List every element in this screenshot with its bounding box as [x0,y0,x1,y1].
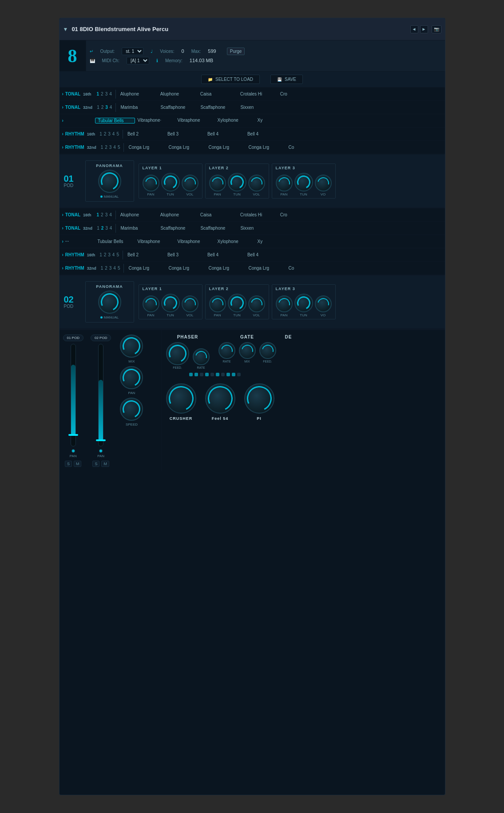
cell-bell4-1[interactable]: Bell 4 [205,132,245,136]
step-r4[interactable]: 4 [112,132,115,136]
chevron-icon[interactable]: › [62,92,63,96]
cell-caisa-2[interactable]: Caisa [198,212,238,217]
reverb-pan-knob[interactable] [120,366,143,389]
step-r5c[interactable]: 5 [116,252,119,257]
gate-rate-knob[interactable] [218,342,235,359]
cell-aluphone-1[interactable]: Aluphone [118,92,158,96]
cell-scaffaphone-3[interactable]: Scaffaphone [158,226,198,231]
cell-conga-6[interactable]: Conga Lrg [166,266,206,271]
chevron-icon-4[interactable]: › [62,132,63,136]
cell-sixxen-2[interactable]: Sixxen [238,226,278,231]
step-r5d[interactable]: 5 [118,266,120,271]
step-p2-1[interactable]: 1 [97,212,99,217]
cell-aluphone-3[interactable]: Aluphone [118,212,158,217]
cell-marimba-2[interactable]: Marimba [118,226,158,231]
step-r2b[interactable]: 2 [105,145,107,150]
cell-bell4-2[interactable]: Bell 4 [245,132,285,136]
cell-crotales-hi-1[interactable]: Crotales Hi [238,92,278,96]
chevron-icon-2[interactable]: › [62,105,63,110]
cell-co-1[interactable]: Co [286,145,325,150]
step-2[interactable]: 2 [101,92,103,96]
pod2-fader-handle[interactable] [96,439,106,441]
cell-vibraphone-4[interactable]: Vibraphone [175,239,215,244]
layer1-pan-knob-1[interactable] [143,175,159,191]
layer1-vol-knob-2[interactable] [182,295,198,312]
layer2-vol-knob-1[interactable] [248,175,265,191]
step-p2-3b[interactable]: 3 [105,226,108,231]
step-r3[interactable]: 3 [108,132,111,136]
layer2-tun-knob-1[interactable] [228,173,246,191]
cell-xy-2[interactable]: Xy [255,239,295,244]
step-1[interactable]: 1 [97,92,99,96]
step-r1d[interactable]: 1 [101,266,103,271]
select-to-load-button[interactable]: 📁 SELECT TO LOAD [201,75,260,84]
cell-scaffaphone-1[interactable]: Scaffaphone [158,105,198,110]
pod1-fader[interactable] [71,344,76,446]
cell-conga-4[interactable]: Conga Lrg [246,145,286,150]
step-r1c[interactable]: 1 [99,252,102,257]
step-r2c[interactable]: 2 [104,252,107,257]
pod2-solo-btn[interactable]: S [92,461,99,467]
reverb-mix-knob[interactable] [120,335,143,358]
layer2-tun-knob-2[interactable] [228,294,246,312]
reverb-speed-knob[interactable] [120,398,143,421]
feel-knob[interactable] [205,383,235,414]
cell-aluphone-2[interactable]: Aluphone [158,92,198,96]
layer1-vol-knob-1[interactable] [182,175,198,191]
step-r1[interactable]: 1 [99,132,102,136]
pod1-solo-btn[interactable]: S [65,461,72,467]
step-r4c[interactable]: 4 [112,252,115,257]
cell-vibraphone-2[interactable]: Vibraphone [175,118,215,124]
panorama-knob-dial-1[interactable] [98,170,121,193]
layer3-vol-knob-1[interactable] [315,175,332,191]
step-r3d[interactable]: 3 [109,266,112,271]
nav-prev[interactable]: ◄ [410,25,418,33]
step-r3b[interactable]: 3 [109,145,112,150]
step-3[interactable]: 3 [105,92,108,96]
layer1-tun-knob-1[interactable] [161,173,180,191]
layer1-tun-knob-2[interactable] [161,294,180,312]
step-r3c[interactable]: 3 [108,252,111,257]
cell-conga-2[interactable]: Conga Lrg [166,145,206,150]
cell-xy-1[interactable]: Xy [255,118,295,124]
step-p2-4b[interactable]: 4 [110,226,112,231]
phaser-rate-knob[interactable] [193,348,210,365]
pod1-mute-btn[interactable]: M [74,461,82,467]
nav-next[interactable]: ► [420,25,428,33]
cell-scaffaphone-2[interactable]: Scaffaphone [198,105,238,110]
step-p2-1b[interactable]: 1 [97,226,99,231]
step-2b[interactable]: 2 [101,105,104,110]
layer3-pan-knob-1[interactable] [276,175,293,191]
cell-conga-3[interactable]: Conga Lrg [206,145,246,150]
cell-crotales-hi-2[interactable]: Crotales Hi [238,212,278,217]
step-r4d[interactable]: 4 [113,266,116,271]
pod1-fader-handle[interactable] [68,434,78,436]
layer1-pan-knob-2[interactable] [143,295,159,312]
dropdown-arrow[interactable]: ▼ [63,26,68,32]
layer3-tun-knob-1[interactable] [294,173,313,191]
chevron-icon-6[interactable]: › [62,212,63,217]
step-4b[interactable]: 4 [110,105,112,110]
gate-feed-knob[interactable] [259,342,276,359]
layer2-vol-knob-2[interactable] [248,295,265,312]
cell-bell4-3[interactable]: Bell 4 [205,252,245,257]
cell-marimba-1[interactable]: Marimba [118,105,158,110]
chevron-icon-10[interactable]: › [62,266,63,271]
cell-aluphone-4[interactable]: Aluphone [158,212,198,217]
layer3-tun-knob-2[interactable] [294,294,313,312]
pod1-pan-dot[interactable] [71,449,75,453]
step-r5[interactable]: 5 [116,132,119,136]
cell-bell3-1[interactable]: Bell 3 [165,132,205,136]
gate-mix-knob[interactable] [239,342,256,359]
step-r2[interactable]: 2 [104,132,107,136]
phaser-feed-knob[interactable] [166,342,189,365]
step-p2-2b[interactable]: 2 [101,226,104,231]
step-1b[interactable]: 1 [97,105,99,110]
step-3b[interactable]: 3 [105,105,108,110]
chevron-icon-3[interactable]: › [62,118,63,123]
cell-bell2-1[interactable]: Bell 2 [125,132,165,136]
purge-button[interactable]: Purge [227,48,245,55]
cell-conga-1[interactable]: Conga Lrg [126,145,166,150]
panorama-knob-2[interactable] [98,291,121,314]
step-r4b[interactable]: 4 [113,145,116,150]
